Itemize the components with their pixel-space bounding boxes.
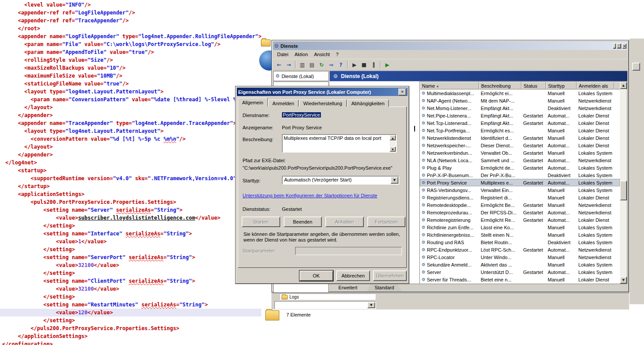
startparameter-input[interactable]	[295, 247, 402, 255]
service-row[interactable]: ⚙Remotedesktopdie...Ermöglicht Be...Gest…	[420, 201, 620, 209]
chevron-down-icon[interactable]: ▼	[391, 177, 398, 184]
refresh-button[interactable]: ↻	[317, 60, 326, 69]
beschreibung-scrollbar[interactable]: ▲ ▼	[390, 135, 396, 152]
übernehmen-button[interactable]: Übernehmen	[373, 270, 407, 281]
column-header-anmelden-als[interactable]: Anmelden als	[577, 82, 614, 89]
service-logon-as: Lokales System	[577, 91, 614, 96]
history-dropdown[interactable]: ▼	[274, 301, 376, 309]
tab-anmelden[interactable]: Anmelden	[268, 100, 299, 107]
scrollbar-thumb[interactable]	[620, 181, 627, 200]
service-row[interactable]: ⚙Port Proxy ServiceMultiplexes e...Gesta…	[420, 179, 620, 186]
scroll-up-button[interactable]: ▲	[390, 135, 396, 140]
service-row[interactable]: ⚙Net.Tcp-Portfreiga...Ermöglicht es...Ma…	[420, 127, 620, 134]
menu-aktion[interactable]: Aktion	[292, 51, 311, 58]
restart-service-button[interactable]: ▶	[383, 60, 392, 69]
service-row[interactable]: ⚙Net.Pipe-Listenera...Empfängt Akt...Ges…	[420, 112, 620, 119]
service-row[interactable]: ⚙Multimediaklassenpl...Ermöglicht ei...M…	[420, 89, 620, 97]
folder-tree-item[interactable]: Logs	[280, 294, 376, 300]
service-row[interactable]: ⚙Remoteprozedurau...Der RPCSS-Di...Gesta…	[420, 209, 620, 216]
service-row[interactable]: ⚙NLA (Network Loca...Sammelt und ...Gest…	[420, 156, 620, 164]
service-gear-icon: ⚙	[422, 128, 426, 133]
stop-service-button[interactable]: ■	[359, 60, 369, 69]
abbrechen-button[interactable]: Abbrechen	[336, 270, 370, 281]
service-row[interactable]: ⚙Richtlinienergebniss...Stellt einen N..…	[420, 231, 620, 238]
services-titlebar[interactable]: ⚙ Dienste _□×	[273, 42, 627, 50]
menu-datei[interactable]: Datei	[274, 51, 292, 58]
service-row[interactable]: ⚙Routing und RASBietet Routin...Deaktivi…	[420, 238, 620, 246]
service-row[interactable]: ⚙RemoteregistrierungErmöglicht Re...Gest…	[420, 216, 620, 224]
chevron-down-icon[interactable]: ▼	[367, 302, 375, 308]
service-row[interactable]: ⚙NetzwerklistendienstIdentifiziert d...G…	[420, 134, 620, 142]
forward-button[interactable]: →	[284, 60, 293, 69]
column-header-beschreibung[interactable]: Beschreibung	[479, 82, 521, 89]
service-starttype: Manuell	[546, 225, 577, 230]
close-icon[interactable]: ×	[398, 89, 406, 96]
starttyp-select[interactable]: Automatisch (Verzögerter Start) ▼	[282, 176, 399, 185]
anhalten-button[interactable]: Anhalten	[325, 217, 364, 227]
service-row[interactable]: ⚙ServerUnterstützt D...GestartetAutomat.…	[420, 268, 620, 276]
service-row[interactable]: ⚙Plug & PlayErmöglicht de...GestartetAut…	[420, 164, 620, 171]
dialog-titlebar[interactable]: Eigenschaften von Port Proxy Service (Lo…	[237, 88, 408, 96]
service-starttype: Manuell	[546, 188, 577, 193]
column-header-status[interactable]: Status	[521, 82, 546, 89]
view-tab-erweitert[interactable]: Erweitert	[331, 284, 365, 292]
dienststatus-value: Gestartet	[282, 206, 302, 212]
ok-button[interactable]: OK	[299, 270, 333, 281]
pause-service-button[interactable]: ‖	[369, 60, 378, 69]
startoptionen-link[interactable]: Unterstützung beim Konfigurieren der Sta…	[243, 193, 377, 198]
start-service-button[interactable]: ▶	[350, 60, 359, 69]
back-icon: ←	[277, 62, 281, 68]
service-status: Gestartet	[521, 217, 546, 223]
column-label: Anmelden als	[579, 83, 608, 89]
tab-abhängigkeiten[interactable]: Abhängigkeiten	[347, 100, 389, 107]
scroll-down-button[interactable]: ▼	[620, 277, 627, 284]
service-row[interactable]: ⚙PnP-X-IP-Busenum...Der PnP-X-Bu...Deakt…	[420, 171, 620, 179]
service-logon-as: Netzwerkdienst	[577, 106, 614, 111]
folder-icon	[282, 295, 288, 299]
help-button[interactable]: ?	[336, 60, 345, 69]
menu-ansicht[interactable]: Ansicht	[311, 51, 333, 58]
service-description: Unter Windo...	[479, 255, 521, 260]
tab-wiederherstellung[interactable]: Wiederherstellung	[299, 100, 347, 107]
show-console-tree-button[interactable]: ▥	[298, 60, 307, 69]
properties-button[interactable]: ▤	[307, 60, 317, 69]
service-name-cell: ⚙RAS-Verbindungsv...	[420, 188, 479, 193]
beschreibung-field[interactable]: Multiplexes external TCP/IP data on loca…	[282, 134, 397, 153]
starten-button[interactable]: Starten	[242, 217, 280, 227]
code-line: <setting name="RestartMinutes" serialize…	[0, 301, 280, 309]
service-row[interactable]: ⚙RPC-Endpunktzuor...Löst RPC-Sch...Gesta…	[420, 246, 620, 253]
service-row[interactable]: ⚙RPC-LocatorUnter Windo...ManuellNetzwer…	[420, 253, 620, 261]
back-button[interactable]: ←	[274, 60, 284, 69]
fortsetzen-button[interactable]: Fortsetzen	[367, 217, 406, 227]
service-row[interactable]: ⚙Net.Tcp-Listenerad...Empfängt Akt...Ges…	[420, 119, 620, 127]
service-row[interactable]: ⚙Net.Msmq-Listener...Empfängt Akt...Deak…	[420, 104, 620, 112]
minimize-button[interactable]: _	[613, 43, 616, 49]
service-row[interactable]: ⚙NAP-Agent (Netwo...Mit dem NAP-...Manue…	[420, 97, 620, 104]
service-row[interactable]: ⚙Netzwerkverbindun...Verwaltet Ob...Gest…	[420, 149, 620, 156]
service-gear-icon: ⚙	[422, 150, 426, 155]
service-row[interactable]: ⚙Server für Threads...Bietet eine n...Ma…	[420, 276, 620, 283]
scroll-down-button[interactable]: ▼	[390, 146, 396, 152]
close-button[interactable]: ×	[622, 43, 626, 49]
service-name: Port Proxy Service	[427, 180, 467, 185]
code-line: <value>32100</value>	[0, 285, 280, 293]
service-row[interactable]: ⚙Richtlinie zum Entfe...Lässt eine Ko...…	[420, 224, 620, 231]
vertical-scrollbar[interactable]: ▲ ▼	[620, 82, 627, 284]
column-header-starttyp[interactable]: Starttyp	[546, 82, 577, 89]
service-gear-icon: ⚙	[422, 247, 426, 252]
anzeigename-value[interactable]: Port Proxy Service	[282, 125, 322, 130]
maximize-button[interactable]: □	[617, 43, 622, 49]
column-header-name[interactable]: Name▲	[420, 82, 479, 89]
view-tab-standard[interactable]: Standard	[366, 284, 402, 292]
dienstname-value[interactable]: PortProxyService	[282, 112, 321, 117]
tab-allgemein[interactable]: Allgemein	[238, 98, 267, 107]
service-row[interactable]: ⚙Registrierungsdiens...Registriert di...…	[420, 194, 620, 201]
beenden-button[interactable]: Beenden	[284, 217, 322, 227]
service-row[interactable]: ⚙Netzwerkspeicher-...Dieser Dienst...Ges…	[420, 142, 620, 149]
menu-help[interactable]: ?	[333, 51, 341, 58]
service-row[interactable]: ⚙Sekundäre Anmeld...Aktiviert das ...Man…	[420, 261, 620, 268]
service-row[interactable]: ⚙RAS-Verbindungsv...Verwaltet Ein...Manu…	[420, 186, 620, 194]
export-list-button[interactable]: ⇒	[327, 60, 336, 69]
scroll-up-button[interactable]: ▲	[620, 82, 627, 89]
console-tree-root[interactable]: ⚙ Dienste (Lokal)	[273, 71, 329, 81]
